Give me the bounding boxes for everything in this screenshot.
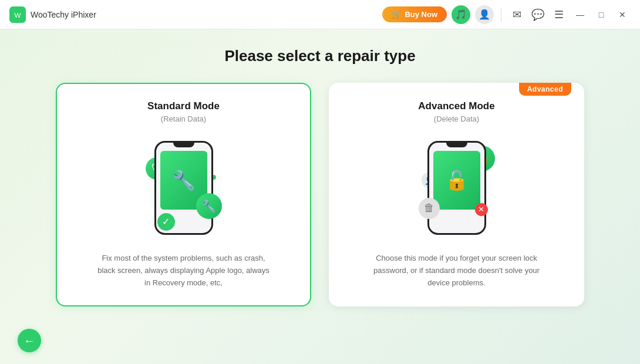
titlebar: W WooTechy iPhixer 🛒 Buy Now 🎵 👤 ✉ 💬 ☰ —… [0, 0, 640, 29]
standard-mode-card[interactable]: Standard Mode (Retain Data) 🛡 🔧 🔧 ✓ [56, 83, 311, 306]
wrench-icon: 🔧 [196, 193, 222, 219]
phone-body-advanced: 🔓 [427, 141, 486, 235]
standard-description: Fix most of the system problems, such as… [96, 252, 272, 289]
advanced-mode-sub: (Delete Data) [434, 114, 479, 123]
advanced-mode-card[interactable]: Advanced Advanced Mode (Delete Data) 🔒 👤… [329, 83, 584, 306]
standard-illustration: 🛡 🔧 🔧 ✓ [131, 135, 237, 241]
back-button[interactable]: ← [18, 329, 41, 352]
advanced-mode-title: Advanced Mode [418, 100, 494, 112]
separator [501, 8, 501, 22]
minimize-button[interactable]: — [572, 6, 588, 23]
phone-standard: 🛡 🔧 🔧 ✓ [151, 140, 216, 237]
phone-screen-advanced: 🔓 [433, 151, 480, 210]
svg-text:W: W [15, 11, 21, 18]
page-title: Please select a repair type [224, 47, 415, 65]
advanced-badge: Advanced [519, 83, 571, 96]
titlebar-actions: 🛒 Buy Now 🎵 👤 ✉ 💬 ☰ — □ ✕ [382, 5, 631, 24]
wrench-screen-icon: 🔧 [172, 169, 196, 191]
chat-icon[interactable]: 💬 [530, 6, 546, 23]
bottom-bar: ← [0, 323, 640, 364]
advanced-illustration: 🔒 👤 🔓 🗑 ✕ [404, 135, 510, 241]
mail-icon[interactable]: ✉ [508, 6, 525, 23]
lock-screen-icon: 🔓 [445, 169, 469, 191]
check-icon: ✓ [157, 213, 175, 231]
phone-notch-standard [173, 143, 194, 147]
music-icon-button[interactable]: 🎵 [452, 5, 470, 24]
back-arrow-icon: ← [23, 334, 35, 348]
app-logo: W [9, 6, 26, 23]
buy-now-label: Buy Now [405, 10, 437, 19]
standard-mode-sub: (Retain Data) [161, 114, 206, 123]
trash-icon: 🗑 [419, 198, 440, 219]
app-title: WooTechy iPhixer [31, 10, 382, 19]
buy-now-button[interactable]: 🛒 Buy Now [382, 6, 447, 22]
advanced-description: Choose this mode if you forget your scre… [369, 252, 545, 289]
user-icon-button[interactable]: 👤 [475, 5, 494, 24]
close-button[interactable]: ✕ [614, 6, 631, 23]
maximize-button[interactable]: □ [593, 6, 609, 23]
standard-mode-title: Standard Mode [147, 100, 220, 112]
buy-now-icon: 🛒 [392, 10, 401, 19]
main-content: Please select a repair type Standard Mod… [0, 29, 640, 323]
red-dot-icon: ✕ [475, 203, 488, 216]
phone-advanced: 🔒 👤 🔓 🗑 ✕ [425, 140, 489, 237]
cards-row: Standard Mode (Retain Data) 🛡 🔧 🔧 ✓ [56, 83, 584, 306]
menu-icon[interactable]: ☰ [551, 6, 567, 23]
phone-notch-advanced [446, 143, 467, 147]
